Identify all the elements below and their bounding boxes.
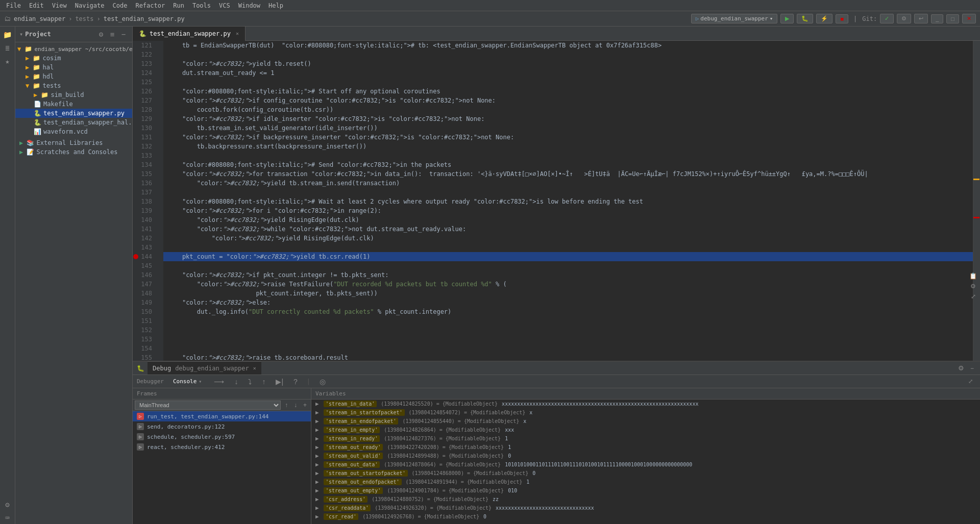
editor-tab-main[interactable]: 🐍 test_endian_swapper.py ✕ [133,27,246,41]
tree-test-file[interactable]: 🐍 test_endian_swapper.py [15,109,132,118]
frames-up-btn[interactable]: ↑ [283,401,290,410]
frame-1[interactable]: ▷ send, decorators.py:122 [133,421,311,432]
code-line-144[interactable]: pkt_count = "color:">#cc7832;">yield tb.… [163,252,973,261]
tree-scratches[interactable]: ▶ 📝 Scratches and Consoles [15,147,132,157]
frame-2[interactable]: ▷ schedule, scheduler.py:597 [133,432,311,442]
frames-add-btn[interactable]: + [301,401,309,410]
var-expand-11[interactable]: ▶ [315,496,322,503]
code-line-152[interactable] [163,326,973,335]
tree-external-libs[interactable]: ▶ 📚 External Libraries [15,138,132,147]
code-line-140[interactable]: "color:">#cc7832;">yield RisingEdge(dut.… [163,215,973,224]
code-line-154[interactable] [163,344,973,353]
stop-button[interactable]: ■ [836,14,848,23]
tree-sim-build[interactable]: ▶ 📁 sim_build [15,90,132,99]
minimize-button[interactable]: _ [931,14,943,23]
variable-row-2[interactable]: ▶ 'stream_in_endofpacket' (1398041248554… [311,417,980,426]
bottom-settings-button[interactable]: ⚙ [956,363,966,373]
console-tab[interactable]: Console ▾ [168,377,207,386]
var-expand-10[interactable]: ▶ [315,487,322,494]
variable-row-13[interactable]: ▶ 'csr_read' (139804124926768) = {Modifi… [311,512,980,521]
code-line-155[interactable]: "color:">#cc7832;">raise tb.scoreboard.r… [163,353,973,361]
menu-run[interactable]: Run [169,1,188,10]
code-line-126[interactable]: "color:#808080;font-style:italic;"># Sta… [163,87,973,96]
dbg-restore[interactable]: ⤢ [965,377,976,386]
variable-row-11[interactable]: ▶ 'csr_address' (139804124880752) = {Mod… [311,495,980,504]
code-line-128[interactable]: cocotb.fork(config_coroutine(tb.csr)) [163,105,973,114]
tree-hal[interactable]: ▶ 📁 hal [15,63,132,72]
code-line-149[interactable]: "color:">#cc7832;">else: [163,298,973,307]
code-line-132[interactable]: tb.backpressure.start(backpressure_inser… [163,142,973,151]
frames-down-btn[interactable]: ↓ [292,401,299,410]
project-hide-icon[interactable]: − [119,30,128,39]
var-expand-0[interactable]: ▶ [315,401,322,407]
code-line-129[interactable]: "color:">#cc7832;">if idle_inserter "col… [163,114,973,123]
project-icon[interactable]: 📁 [2,29,14,41]
debug-close-icon[interactable]: ✕ [253,365,256,371]
code-line-123[interactable]: "color:">#cc7832;">yield tb.reset() [163,59,973,68]
code-line-135[interactable]: "color:">#cc7832;">for transaction "colo… [163,169,973,179]
code-line-153[interactable] [163,335,973,344]
code-line-121[interactable]: tb = EndianSwapperTB(dut) "color:#808080… [163,41,973,50]
settings-button[interactable]: ⚙ [897,14,911,23]
var-expand-2[interactable]: ▶ [315,418,322,425]
variable-row-9[interactable]: ▶ 'stream_out_endofpacket' (139804124891… [311,478,980,486]
dbg-run-to-cursor[interactable]: ▶| [273,377,286,387]
tree-hdl[interactable]: ▶ 📁 hdl [15,72,132,81]
code-view[interactable]: tb = EndianSwapperTB(dut) "color:#808080… [163,41,973,361]
var-expand-7[interactable]: ▶ [315,461,322,468]
var-expand-1[interactable]: ▶ [315,409,322,416]
tree-hal-file[interactable]: 🐍 test_endian_swapper_hal.py [15,118,132,127]
run-config-dropdown[interactable]: ▷ debug_endian_swapper ▾ [691,14,778,23]
code-line-136[interactable]: "color:">#cc7832;">yield tb.stream_in.se… [163,179,973,188]
var-expand-12[interactable]: ▶ [315,505,322,511]
code-line-139[interactable]: "color:">#cc7832;">for i "color:#cc7832;… [163,206,973,215]
code-line-125[interactable] [163,78,973,87]
var-expand-5[interactable]: ▶ [315,444,322,451]
tree-vcd[interactable]: 📊 waveform.vcd [15,127,132,136]
debug-button[interactable]: 🐛 [797,14,813,23]
menu-help[interactable]: Help [264,1,287,10]
git-check-button[interactable]: ✓ [880,14,894,23]
frame-0[interactable]: ▷ run_test, test_endian_swapper.py:144 [133,411,311,421]
variable-row-12[interactable]: ▶ 'csr_readdata' (139804124926320) = {Mo… [311,504,980,512]
thread-selector[interactable]: MainThreadMainThread [135,401,281,410]
terminal-icon[interactable]: ⌨ [2,512,14,524]
dbg-show-execution-point[interactable]: ◎ [316,377,329,387]
code-line-122[interactable] [163,50,973,59]
menu-view[interactable]: View [48,1,71,10]
project-gear-icon[interactable]: ≡ [108,30,117,39]
dbg-evaluate[interactable]: ? [290,377,301,387]
variable-row-1[interactable]: ▶ 'stream_in_startofpacket' (13980412485… [311,408,980,417]
code-line-127[interactable]: "color:">#cc7832;">if config_coroutine "… [163,96,973,105]
menu-refactor[interactable]: Refactor [131,1,169,10]
code-line-133[interactable] [163,151,973,160]
coverage-button[interactable]: ⚡ [816,14,832,23]
code-line-151[interactable] [163,316,973,326]
plugins-icon[interactable]: ⚙ [2,498,14,511]
menu-vcs[interactable]: VCS [215,1,234,10]
code-line-137[interactable] [163,188,973,197]
menu-code[interactable]: Code [109,1,132,10]
code-line-138[interactable]: "color:#808080;font-style:italic;"># Wai… [163,197,973,206]
code-line-141[interactable]: "color:">#cc7832;">while "color:#cc7832;… [163,224,973,234]
dbg-step-into[interactable]: ↓ [231,377,241,387]
structure-icon[interactable]: ≣ [2,42,14,54]
run-button[interactable]: ▶ [780,14,794,23]
code-line-130[interactable]: tb.stream_in.set_valid_generator(idle_in… [163,123,973,133]
tree-makefile[interactable]: 📄 Makefile [15,99,132,109]
variable-row-0[interactable]: ▶ 'stream_in_data' (139804124825520) = {… [311,400,980,408]
code-line-134[interactable]: "color:#808080;font-style:italic;"># Sen… [163,160,973,169]
menu-navigate[interactable]: Navigate [71,1,109,10]
close-button[interactable]: ✕ [962,14,976,23]
var-expand-8[interactable]: ▶ [315,470,322,477]
menu-tools[interactable]: Tools [188,1,215,10]
menu-file[interactable]: File [2,1,25,10]
variable-row-10[interactable]: ▶ 'stream_out_empty' (139804124901784) =… [311,486,980,495]
maximize-button[interactable]: □ [946,14,959,23]
variable-row-4[interactable]: ▶ 'stream_in_ready' (139804124827376) = … [311,434,980,443]
variable-row-8[interactable]: ▶ 'stream_out_startofpacket' (1398041248… [311,469,980,478]
menu-edit[interactable]: Edit [25,1,48,10]
project-panel-title[interactable]: ▾ Project [19,31,51,38]
var-expand-13[interactable]: ▶ [315,513,322,520]
favorites-icon[interactable]: ★ [2,55,14,67]
